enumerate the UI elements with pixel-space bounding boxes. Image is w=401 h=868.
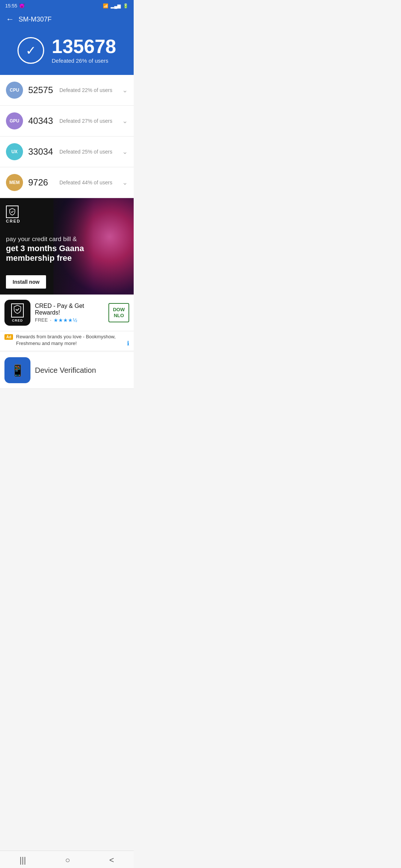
signal-icon: ▂▄▆	[111, 3, 121, 9]
app-rating-stars: ★★★★½	[53, 317, 77, 323]
install-now-button[interactable]: Install now	[6, 275, 46, 289]
mem-chevron-icon: ⌄	[122, 178, 128, 187]
ux-defeated: Defeated 25% of users	[59, 149, 122, 155]
app-dot: ·	[50, 317, 52, 323]
score-info: 135678 Defeated 26% of users	[52, 37, 116, 64]
cpu-chevron-icon: ⌄	[122, 86, 128, 94]
ad-content: CRED pay your credit card bill & get 3 m…	[0, 198, 134, 295]
app-info: CRED - Pay & Get Rewards! FREE · ★★★★½	[35, 303, 104, 323]
total-score: 135678	[52, 37, 116, 56]
cred-ad-banner: CRED pay your credit card bill & get 3 m…	[0, 198, 134, 295]
gpu-defeated: Defeated 27% of users	[59, 118, 122, 124]
score-subtitle: Defeated 26% of users	[52, 57, 116, 64]
cred-shield-icon	[6, 206, 19, 218]
download-button[interactable]: DOW NLO	[108, 303, 129, 322]
mem-defeated: Defeated 44% of users	[59, 180, 122, 185]
time-display: 15:55	[5, 3, 17, 9]
wifi-icon: 📶	[103, 3, 108, 9]
ux-chevron-icon: ⌄	[122, 148, 128, 156]
app-meta: FREE · ★★★★½	[35, 317, 104, 323]
ad-line1: pay your credit card bill &	[6, 236, 128, 243]
device-verify-title: Device Verification	[35, 366, 96, 375]
gpu-score: 40343	[28, 116, 54, 126]
app-price: FREE	[35, 317, 48, 323]
mem-badge: MEM	[6, 174, 23, 191]
verify-icon-box: 📱	[4, 357, 30, 383]
app-header: ← SM-M307F	[0, 11, 134, 29]
ad-label-row: Ad Rewards from brands you love - Bookmy…	[0, 331, 134, 351]
cpu-badge: CPU	[6, 82, 23, 99]
gpu-row[interactable]: GPU 40343 Defeated 27% of users ⌄	[0, 106, 134, 137]
cred-brand-name: CRED	[6, 219, 20, 223]
app-store-listing: CRED CRED - Pay & Get Rewards! FREE · ★★…	[0, 295, 134, 331]
cpu-defeated: Defeated 22% of users	[59, 87, 122, 93]
back-button[interactable]: ←	[6, 14, 14, 24]
status-left: 15:55 😈	[5, 3, 25, 9]
ad-tag: Ad	[4, 334, 13, 340]
device-name: SM-M307F	[19, 16, 52, 23]
battery-icon: 🔋	[123, 3, 128, 9]
ad-text-section: pay your credit card bill & get 3 months…	[6, 236, 128, 263]
benchmark-section: CPU 52575 Defeated 22% of users ⌄ GPU 40…	[0, 75, 134, 198]
ad-line2: get 3 months Gaana membership free	[6, 244, 128, 263]
ad-description-text: Rewards from brands you love - Bookmysho…	[16, 333, 124, 347]
cred-app-icon: CRED	[4, 300, 30, 326]
cred-logo-box: CRED	[6, 206, 128, 223]
mem-score: 9726	[28, 177, 54, 188]
score-section: ✓ 135678 Defeated 26% of users	[0, 29, 134, 75]
status-right: 📶 ▂▄▆ 🔋	[103, 3, 128, 9]
cpu-row[interactable]: CPU 52575 Defeated 22% of users ⌄	[0, 75, 134, 106]
app-title: CRED - Pay & Get Rewards!	[35, 303, 104, 316]
cpu-score: 52575	[28, 85, 54, 95]
ux-badge: UX	[6, 143, 23, 160]
ux-row[interactable]: UX 33034 Defeated 25% of users ⌄	[0, 137, 134, 167]
mem-row[interactable]: MEM 9726 Defeated 44% of users ⌄	[0, 167, 134, 198]
checkmark-icon: ✓	[26, 43, 36, 58]
device-verify-icon: 📱	[11, 364, 25, 377]
ux-score: 33034	[28, 147, 54, 157]
status-emoji: 😈	[19, 3, 25, 9]
gpu-chevron-icon: ⌄	[122, 117, 128, 125]
cred-app-icon-label: CRED	[12, 319, 23, 322]
device-verification-row[interactable]: 📱 Device Verification	[0, 352, 134, 389]
status-bar: 15:55 😈 📶 ▂▄▆ 🔋	[0, 0, 134, 11]
gpu-badge: GPU	[6, 112, 23, 129]
info-icon[interactable]: ℹ	[127, 340, 129, 347]
cred-app-shield-icon	[11, 303, 24, 318]
checkmark-circle: ✓	[17, 37, 44, 64]
